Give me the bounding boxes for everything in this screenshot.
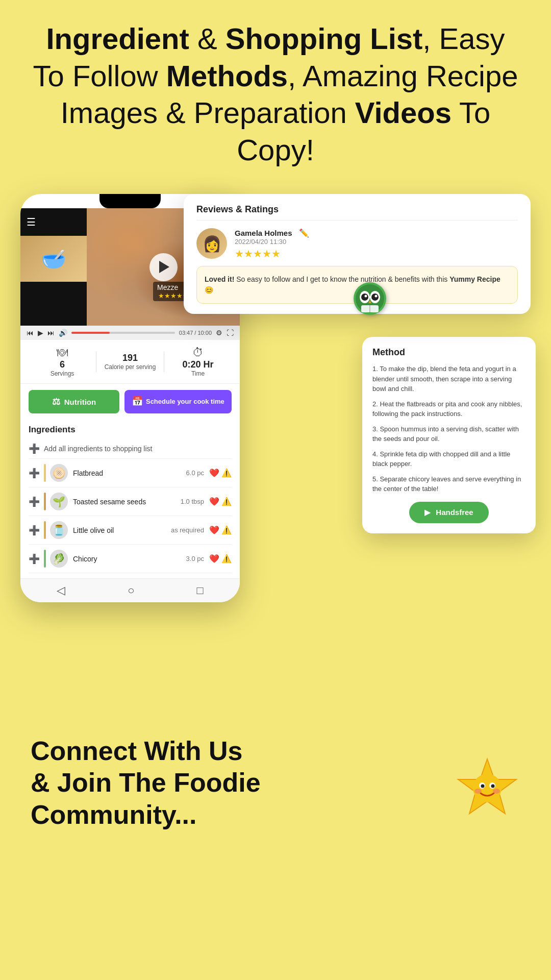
video-controls: ⏮ ▶ ⏭ 🔊 03:47 / 10:00 ⚙ ⛶ [20, 326, 240, 340]
favorite-icon[interactable]: ❤️ [209, 554, 219, 564]
servings-label: Servings [51, 370, 74, 377]
svg-point-6 [365, 295, 367, 298]
ingredient-color-bar [44, 493, 46, 510]
warning-icon: ⚠️ [221, 525, 232, 535]
header-follow: To Follow [33, 59, 166, 92]
svg-point-23 [491, 785, 495, 788]
svg-point-25 [493, 789, 500, 794]
favorite-icon[interactable]: ❤️ [209, 468, 219, 478]
owl-mascot [352, 281, 388, 323]
reviewer-stars: ★★★★★ [235, 248, 518, 260]
header: Ingredient & Shopping List, Easy To Foll… [0, 0, 551, 184]
header-videos: Videos [355, 96, 452, 129]
header-amazing: , Amazing Recipe [288, 59, 518, 92]
ingredient-action-icons: ❤️ ⚠️ [209, 554, 232, 564]
ingredient-name: Chicory [73, 555, 186, 563]
header-amp1: & [189, 22, 226, 55]
ingredients-title: Ingredients [29, 425, 232, 435]
review-emoji: 😊 [205, 286, 213, 294]
nutrition-icon: ⚖ [52, 396, 60, 407]
edit-icon[interactable]: ✏️ [299, 228, 309, 238]
bottom-section: Connect With Us & Join The Foodie Commun… [0, 715, 551, 846]
header-ingredient: Ingredient [46, 22, 189, 55]
servings-icon: 🍽 [57, 346, 68, 359]
add-all-row[interactable]: ➕ Add all ingredients to shopping list [29, 439, 232, 459]
method-step-5: 5. Separate chicory leaves and serve eve… [372, 474, 525, 494]
ingredient-action-icons: ❤️ ⚠️ [209, 468, 232, 478]
ingredient-add-icon[interactable]: ➕ [29, 468, 40, 479]
ingredient-row: ➕ 🥬 Chicory 3.0 pc ❤️ ⚠️ [29, 545, 232, 573]
method-step-4: 4. Sprinkle feta dip with chopped dill a… [372, 449, 525, 469]
nutrition-button[interactable]: ⚖ Nutrition [29, 390, 119, 413]
header-shopping: Shopping List [226, 22, 423, 55]
svg-point-5 [371, 293, 379, 301]
warning-icon: ⚠️ [221, 468, 232, 478]
header-images: Images & Preparation [61, 96, 355, 129]
ingredient-action-icons: ❤️ ⚠️ [209, 525, 232, 535]
fast-forward-icon[interactable]: ⏭ [47, 329, 55, 337]
ingredient-add-icon[interactable]: ➕ [29, 525, 40, 536]
ingredient-name: Flatbread [73, 469, 186, 477]
progress-fill [71, 332, 110, 334]
svg-point-22 [481, 785, 485, 788]
favorite-icon[interactable]: ❤️ [209, 525, 219, 535]
ingredient-color-bar [44, 464, 46, 482]
nutrition-label: Nutrition [64, 398, 96, 406]
video-left-panel: ☰ 🥣 [20, 208, 87, 326]
ingredient-image: 🥬 [50, 550, 68, 568]
reviewer-row: 👩 Gamela Holmes ✏️ 2022/04/20 11:30 ★★★★… [196, 228, 518, 260]
header-easy: , Easy [422, 22, 505, 55]
method-card: Method 1. To make the dip, blend the fet… [362, 337, 536, 533]
time-label: Time [191, 370, 205, 377]
calories-label: Calorie per serving [105, 363, 156, 371]
svg-point-4 [361, 293, 368, 301]
reviewer-avatar: 👩 [196, 228, 227, 259]
ingredient-quantity: 1.0 tbsp [181, 498, 204, 505]
schedule-button[interactable]: 📅 Schedule your cook time [124, 390, 232, 413]
ingredient-add-icon[interactable]: ➕ [29, 496, 40, 507]
ingredient-quantity: as required [171, 526, 204, 534]
volume-icon[interactable]: 🔊 [59, 329, 67, 337]
recents-nav-icon[interactable]: □ [197, 584, 204, 597]
ingredient-quantity: 3.0 pc [186, 555, 204, 562]
play-pause-icon[interactable]: ▶ [38, 329, 43, 337]
progress-bar[interactable] [71, 332, 175, 334]
star-mascot [454, 756, 520, 830]
method-step-3: 3. Spoon hummus into a serving dish, sca… [372, 424, 525, 444]
ingredient-name: Toasted sesame seeds [73, 498, 181, 506]
phone-notch [99, 194, 161, 208]
ingredient-action-icons: ❤️ ⚠️ [209, 497, 232, 506]
food-bowl-icon: 🥣 [41, 247, 66, 271]
time-stat: ⏱ 0:20 Hr Time [164, 346, 232, 377]
ingredients-section: Ingredients ➕ Add all ingredients to sho… [20, 420, 240, 578]
review-body: So easy to follow and I get to know the … [236, 275, 449, 283]
hamburger-icon[interactable]: ☰ [20, 213, 87, 231]
add-all-icon: ➕ [29, 443, 40, 454]
schedule-icon: 📅 [132, 396, 143, 407]
ingredient-add-icon[interactable]: ➕ [29, 553, 40, 565]
schedule-label: Schedule your cook time [146, 398, 224, 406]
warning-icon: ⚠️ [221, 554, 232, 564]
settings-icon[interactable]: ⚙ [216, 329, 222, 337]
rewind-icon[interactable]: ⏮ [27, 329, 34, 337]
favorite-icon[interactable]: ❤️ [209, 497, 219, 506]
warning-icon: ⚠️ [221, 497, 232, 506]
play-button[interactable] [149, 253, 178, 281]
handsfree-button[interactable]: ▶ Handsfree [409, 502, 488, 523]
calories-stat: 191 Calorie per serving [96, 353, 164, 371]
back-nav-icon[interactable]: ◁ [57, 584, 65, 597]
fullscreen-icon[interactable]: ⛶ [227, 329, 234, 337]
calories-value: 191 [122, 353, 138, 363]
review-loved: Loved it! [205, 275, 234, 283]
add-all-label: Add all ingredients to shopping list [44, 445, 152, 453]
ingredient-color-bar [44, 521, 46, 539]
method-step-1: 1. To make the dip, blend the feta and y… [372, 364, 525, 394]
svg-point-24 [474, 789, 482, 794]
reviewer-date: 2022/04/20 11:30 [235, 238, 518, 246]
home-nav-icon[interactable]: ○ [128, 584, 134, 597]
ingredient-row: ➕ 🌱 Toasted sesame seeds 1.0 tbsp ❤️ ⚠️ [29, 487, 232, 516]
ingredient-image: 🌱 [50, 493, 68, 510]
reviews-title: Reviews & Ratings [196, 204, 518, 220]
handsfree-play-icon: ▶ [424, 508, 431, 517]
ingredients-list: ➕ 🫓 Flatbread 6.0 pc ❤️ ⚠️ ➕ 🌱 Toasted s… [29, 459, 232, 573]
